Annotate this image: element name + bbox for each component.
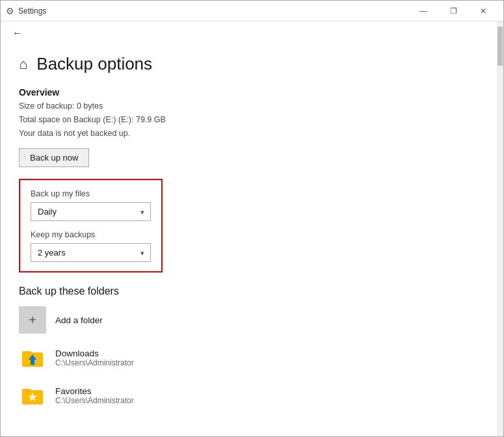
folders-section-title: Back up these folders (19, 285, 485, 297)
keep-backups-select[interactable]: Forever Until space is needed 1 month 3 … (31, 243, 151, 262)
maximize-button[interactable]: ❐ (438, 1, 468, 21)
nav-bar: ← (1, 21, 503, 45)
total-space: Total space on Backup (E:) (E:): 79.9 GB (19, 114, 485, 126)
downloads-name: Downloads (55, 349, 134, 358)
favorites-icon-wrapper (19, 382, 46, 409)
backup-files-select-wrapper: Every hour (default) Every 3 hours Every… (31, 202, 151, 221)
page-header: ⌂ Backup options (19, 54, 485, 74)
downloads-text: Downloads C:\Users\Administrator (55, 349, 134, 367)
downloads-icon-wrapper (19, 344, 46, 371)
backup-status: Your data is not yet backed up. (19, 127, 485, 140)
scrollbar-track (497, 21, 503, 436)
title-bar: ⚙ Settings — ❐ ✕ (1, 1, 503, 21)
settings-window: ⚙ Settings — ❐ ✕ ← ⌂ Backup options Over… (0, 0, 504, 437)
folders-section: Back up these folders + Add a folder (19, 285, 485, 409)
scrollbar-thumb[interactable] (497, 27, 503, 66)
overview-heading: Overview (19, 87, 485, 98)
keep-backups-label: Keep my backups (31, 230, 151, 239)
add-folder-label[interactable]: Add a folder (55, 315, 103, 325)
download-icon (21, 346, 44, 369)
close-button[interactable]: ✕ (468, 1, 498, 21)
list-item: Favorites C:\Users\Administrator (19, 382, 485, 409)
backup-files-select[interactable]: Every hour (default) Every 3 hours Every… (31, 202, 151, 221)
favorites-icon (21, 384, 44, 407)
size-of-backup: Size of backup: 0 bytes (19, 100, 485, 113)
add-folder-button[interactable]: + (19, 306, 46, 334)
backup-options-box: Back up my files Every hour (default) Ev… (19, 179, 163, 272)
main-content: ⌂ Backup options Overview Size of backup… (1, 45, 503, 436)
backup-now-button[interactable]: Back up now (19, 148, 89, 167)
settings-icon: ⚙ (6, 6, 14, 16)
keep-backups-select-wrapper: Forever Until space is needed 1 month 3 … (31, 243, 151, 262)
minimize-button[interactable]: — (408, 1, 438, 21)
downloads-path: C:\Users\Administrator (55, 358, 134, 367)
favorites-path: C:\Users\Administrator (55, 396, 134, 405)
add-folder-item: + Add a folder (19, 306, 485, 334)
home-icon: ⌂ (19, 56, 27, 73)
favorites-name: Favorites (55, 386, 134, 396)
svg-rect-1 (22, 351, 31, 354)
backup-files-label: Back up my files (31, 189, 151, 198)
overview-section: Overview Size of backup: 0 bytes Total s… (19, 87, 485, 179)
window-controls: — ❐ ✕ (408, 1, 498, 21)
favorites-text: Favorites C:\Users\Administrator (55, 386, 134, 405)
back-button[interactable]: ← (8, 24, 27, 42)
page-title: Backup options (36, 54, 152, 74)
svg-rect-5 (22, 389, 31, 392)
plus-icon: + (29, 313, 36, 328)
window-title: Settings (18, 7, 408, 16)
svg-rect-3 (31, 363, 34, 365)
list-item: Downloads C:\Users\Administrator (19, 344, 485, 371)
